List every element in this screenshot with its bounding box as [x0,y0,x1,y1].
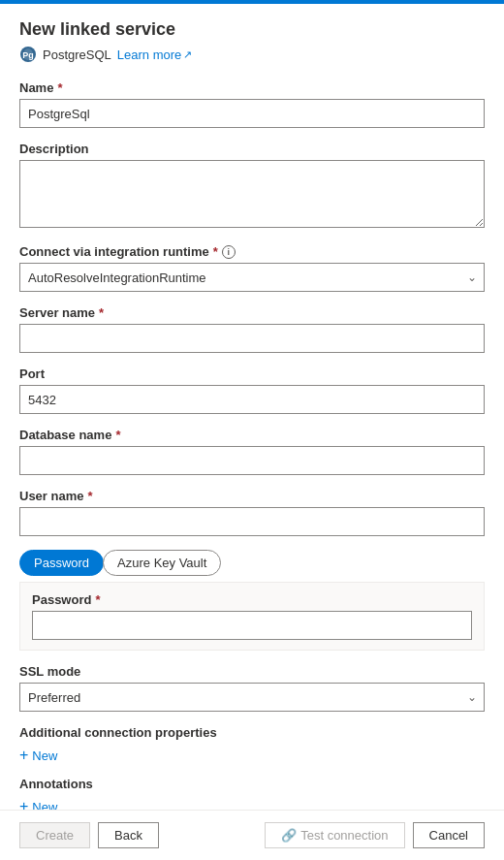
additional-plus-icon: + [19,748,28,763]
cancel-button[interactable]: Cancel [413,822,485,848]
panel-title: New linked service [19,19,485,40]
connect-runtime-group: Connect via integration runtime * i Auto… [19,244,485,292]
tab-azure-key-vault[interactable]: Azure Key Vault [103,550,221,576]
svg-text:Pg: Pg [22,50,34,60]
name-required: * [57,80,62,95]
ssl-mode-select-wrap: Preferred Disable Allow Require Verify-C… [19,683,485,712]
connect-runtime-label: Connect via integration runtime * i [19,244,485,259]
connect-runtime-select-wrap: AutoResolveIntegrationRuntime ⌄ [19,263,485,292]
annotations-label: Annotations [19,777,485,791]
connect-required: * [213,244,218,259]
auth-tabs: Password Azure Key Vault [19,550,485,576]
create-button: Create [19,822,90,848]
service-header: Pg PostgreSQL Learn more ↗ [19,46,485,63]
test-connection-button: 🔗 Test connection [265,822,404,848]
ssl-mode-group: SSL mode Preferred Disable Allow Require… [19,664,485,712]
database-name-label: Database name * [19,428,485,442]
description-input[interactable] [19,160,485,228]
test-connection-icon: 🔗 [281,828,297,843]
service-name-label: PostgreSQL [43,48,111,62]
server-name-group: Server name * [19,305,485,353]
additional-properties-section: Additional connection properties + New [19,725,485,767]
database-name-group: Database name * [19,428,485,475]
user-name-required: * [87,489,92,503]
back-button[interactable]: Back [98,822,159,848]
port-label: Port [19,366,485,381]
external-link-icon: ↗ [183,48,192,61]
password-required: * [95,592,100,607]
learn-more-link[interactable]: Learn more ↗ [117,48,192,62]
auth-tab-group: Password Azure Key Vault Password * [19,550,485,651]
user-name-label: User name * [19,489,485,503]
additional-add-new-button[interactable]: + New [19,744,57,767]
password-input[interactable] [32,611,472,640]
database-name-required: * [115,428,120,442]
name-input[interactable] [19,99,485,128]
user-name-group: User name * [19,489,485,536]
connect-runtime-select[interactable]: AutoResolveIntegrationRuntime [19,263,485,292]
tab-password[interactable]: Password [19,550,104,576]
database-name-input[interactable] [19,446,485,475]
port-group: Port [19,366,485,414]
port-input[interactable] [19,385,485,414]
ssl-mode-select[interactable]: Preferred Disable Allow Require Verify-C… [19,683,485,712]
server-name-label: Server name * [19,305,485,320]
password-label: Password * [32,592,472,607]
ssl-mode-label: SSL mode [19,664,485,679]
additional-properties-label: Additional connection properties [19,725,485,740]
name-label: Name * [19,80,485,95]
footer: Create Back 🔗 Test connection Cancel [0,810,504,860]
description-group: Description [19,142,485,231]
postgresql-icon: Pg [19,46,37,63]
user-name-input[interactable] [19,507,485,536]
description-label: Description [19,142,485,156]
password-section: Password * [19,582,485,651]
server-name-required: * [99,305,104,320]
name-group: Name * [19,80,485,128]
connect-info-icon: i [222,245,236,259]
server-name-input[interactable] [19,324,485,353]
